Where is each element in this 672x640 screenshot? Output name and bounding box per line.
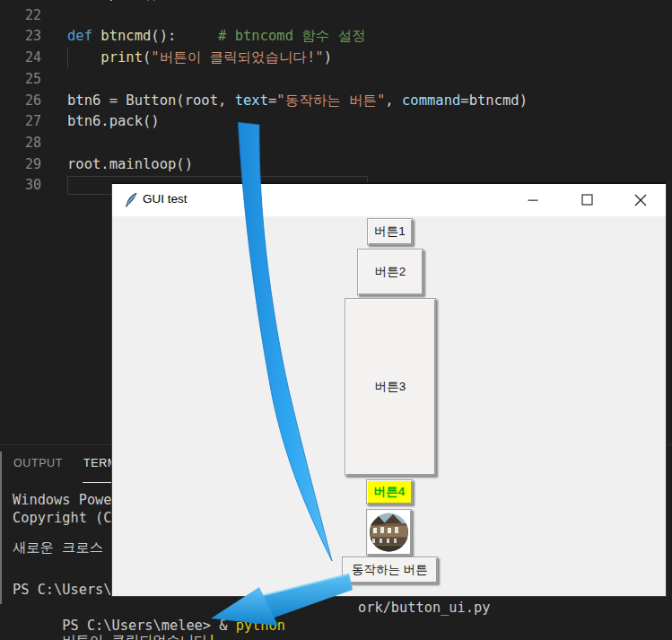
tk-feather-icon: [124, 192, 139, 208]
close-icon: [634, 194, 647, 206]
code-text: root.mainloop(): [67, 154, 193, 176]
terminal-line-result: 버튼이 클릭되었습니다!: [13, 614, 216, 632]
code-text: def btncmd(): # btncomd 함수 설정: [67, 26, 366, 48]
code-text: btn6 = Button(root, text="동작하는 버튼", comm…: [67, 91, 528, 112]
gui-button-btn2[interactable]: 버튼2: [357, 249, 423, 295]
prompt2-path-fragment: ork/button_ui.py: [358, 599, 490, 617]
indent-guide: [67, 48, 68, 68]
prompt2-command: python: [236, 618, 285, 634]
gui-test-window: GUI test 버튼1버튼2버튼3버튼4동작하는 버튼: [111, 182, 667, 597]
minimize-icon: [528, 195, 538, 206]
code-line-27: 27btn6.pack(): [0, 111, 672, 133]
code-line-25: 25: [0, 69, 672, 91]
gui-button-btn6[interactable]: 동작하는 버튼: [342, 557, 438, 583]
line-number: 30: [0, 175, 41, 197]
result-bang: !: [207, 633, 215, 640]
house-photo-icon: [368, 511, 410, 554]
gui-button-btn3[interactable]: 버튼3: [345, 298, 436, 476]
maximize-icon: [581, 194, 593, 206]
window-title: GUI test: [143, 192, 188, 206]
panel-left-edge: [0, 452, 2, 604]
line-number: 29: [0, 154, 41, 176]
gui-button-btn1[interactable]: 버튼1: [367, 218, 413, 245]
code-line-28: 28: [0, 133, 672, 154]
line-number: 28: [0, 133, 41, 154]
code-text: btn6.pack(): [67, 111, 160, 133]
code-line-26: 26btn6 = Button(root, text="동작하는 버튼", co…: [0, 91, 672, 112]
code-line-23: 23def btncmd(): # btncomd 함수 설정: [0, 26, 672, 48]
window-titlebar[interactable]: GUI test: [112, 184, 666, 216]
line-number: 24: [0, 48, 41, 69]
code-line-24: 24 print("버튼이 클릭되었습니다!"): [0, 48, 672, 69]
tab-output[interactable]: OUTPUT: [13, 457, 63, 469]
code-text: print("버튼이 클릭되었습니다!"): [67, 48, 332, 69]
close-button[interactable]: [620, 184, 661, 215]
gui-button-btn5[interactable]: [366, 509, 412, 556]
line-number: 25: [0, 69, 41, 91]
line-number: 23: [0, 26, 41, 48]
result-text: 버튼이 클릭되었습니다: [62, 633, 207, 640]
line-number: 26: [0, 91, 41, 112]
line-number: 27: [0, 111, 41, 133]
minimize-button[interactable]: [512, 184, 554, 215]
code-line-22: 22: [0, 5, 672, 27]
line-number: 22: [0, 5, 41, 27]
vscode-screen: 21btn5.pack()2223def btncmd(): # btncomd…: [0, 0, 672, 640]
gui-button-btn4[interactable]: 버튼4: [366, 479, 413, 504]
maximize-button[interactable]: [566, 184, 607, 215]
code-line-29: 29root.mainloop(): [0, 154, 672, 176]
